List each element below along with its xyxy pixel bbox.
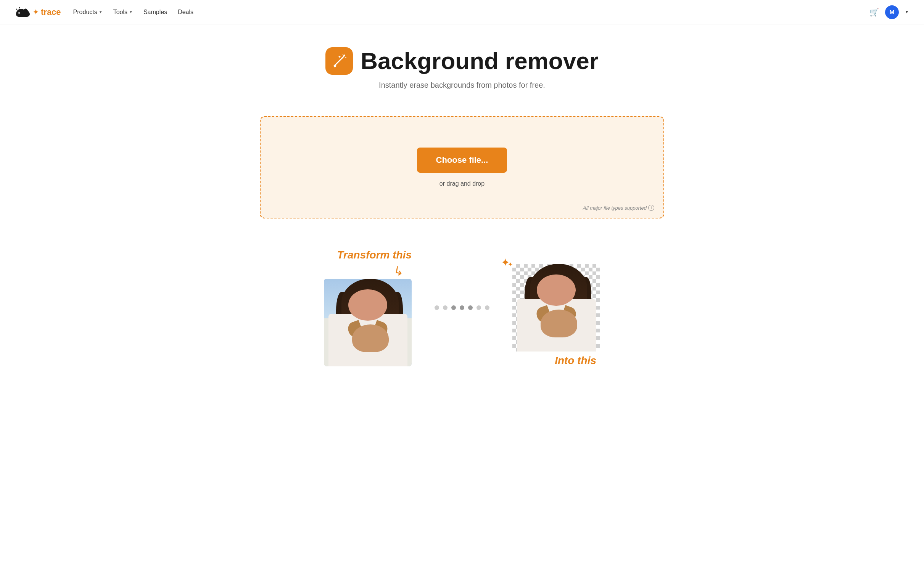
demo-before-group: Transform this ↳: [324, 249, 412, 366]
dot-3: [451, 305, 456, 310]
demo-section: Transform this ↳: [0, 241, 924, 389]
nav-right: 🛒 M ▼: [869, 5, 909, 19]
choose-file-button[interactable]: Choose file...: [417, 148, 507, 173]
tools-dropdown-arrow: ▼: [129, 10, 133, 14]
nav-samples[interactable]: Samples: [143, 9, 167, 16]
after-image-wrapper: ✦✦: [512, 264, 600, 352]
dot-1: [435, 305, 439, 310]
dots-separator: [427, 305, 497, 310]
hero-app-icon: [325, 47, 353, 75]
logo-icon: [15, 7, 31, 17]
hero-subtitle: Instantly erase backgrounds from photos …: [8, 81, 916, 90]
dot-2: [443, 305, 448, 310]
hero-section: Background remover Instantly erase backg…: [0, 24, 924, 105]
after-image-content: [512, 264, 600, 352]
dot-7: [485, 305, 489, 310]
transform-label: Transform this: [337, 249, 412, 261]
products-dropdown-arrow: ▼: [99, 10, 103, 14]
nav-tools[interactable]: Tools ▼: [113, 9, 133, 16]
page-title: Background remover: [361, 48, 599, 74]
info-icon[interactable]: i: [648, 205, 654, 211]
hero-title-row: Background remover: [8, 47, 916, 75]
upload-drop-zone[interactable]: Choose file... or drag and drop All majo…: [260, 116, 664, 218]
navbar: ✦ trace Products ▼ Tools ▼ Samples Deals…: [0, 0, 924, 24]
user-avatar[interactable]: M: [885, 5, 899, 19]
upload-section: Choose file... or drag and drop All majo…: [252, 116, 672, 218]
logo-link[interactable]: ✦ trace: [15, 7, 61, 17]
dot-4: [460, 305, 464, 310]
nav-links: Products ▼ Tools ▼ Samples Deals: [73, 9, 870, 16]
nav-deals[interactable]: Deals: [178, 9, 193, 16]
drag-drop-label: or drag and drop: [439, 180, 485, 187]
logo-sparkle: ✦: [33, 8, 39, 16]
after-image: [512, 264, 600, 352]
dot-6: [476, 305, 481, 310]
into-label: Into this: [555, 355, 596, 367]
svg-point-2: [344, 55, 345, 56]
demo-after-group: ✦✦: [512, 264, 600, 352]
file-types-note: All major file types supported i: [583, 205, 654, 211]
cart-icon[interactable]: 🛒: [869, 8, 879, 17]
before-image: [324, 279, 412, 366]
svg-point-0: [18, 12, 20, 14]
dot-5: [468, 305, 473, 310]
arrow-icon: ↳: [393, 263, 405, 279]
user-dropdown-arrow[interactable]: ▼: [905, 10, 909, 14]
logo-text: trace: [41, 7, 61, 17]
nav-products[interactable]: Products ▼: [73, 9, 103, 16]
magic-wand-icon: [332, 53, 347, 69]
sparkles-icon: ✦✦: [501, 256, 510, 269]
